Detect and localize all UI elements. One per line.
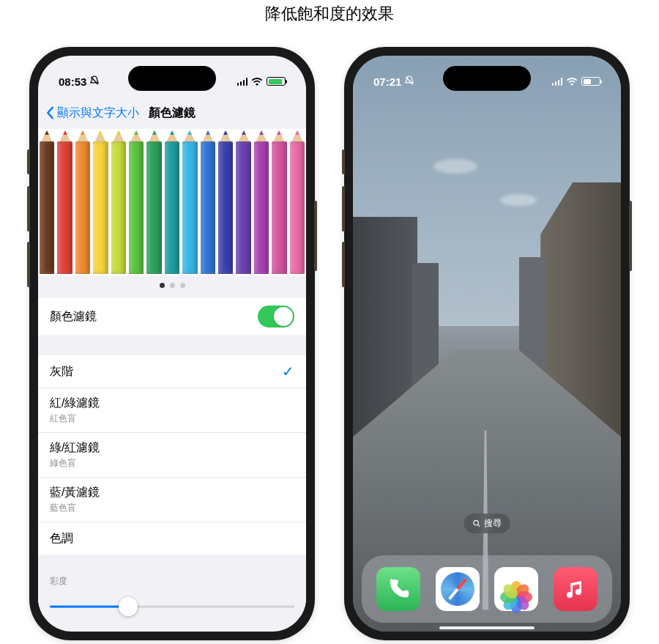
intensity-section: 彩度 — [38, 568, 306, 615]
pencil — [145, 130, 163, 274]
chevron-left-icon — [45, 106, 54, 119]
screen-settings: 08:53 顯示與文字大小 顏色濾鏡 — [38, 56, 306, 632]
slider-fill — [50, 606, 128, 608]
filter-option-row[interactable]: 灰階✓ — [38, 355, 306, 388]
power-button[interactable] — [629, 201, 632, 271]
photos-icon — [502, 574, 531, 604]
page-caption: 降低飽和度的效果 — [0, 0, 659, 25]
app-photos[interactable] — [494, 567, 538, 611]
pencil — [110, 130, 127, 274]
spotlight-search[interactable]: 搜尋 — [464, 514, 510, 533]
checkmark-icon: ✓ — [282, 363, 294, 380]
pencil — [199, 130, 217, 274]
intensity-slider[interactable] — [50, 598, 294, 615]
compass-icon — [441, 572, 474, 606]
page-dot[interactable] — [180, 283, 185, 288]
mute-switch[interactable] — [27, 149, 30, 174]
option-label: 藍/黃濾鏡 — [50, 485, 100, 500]
signal-icon — [552, 78, 563, 86]
pencil — [217, 130, 234, 274]
pencil — [181, 130, 198, 274]
phone-left: 08:53 顯示與文字大小 顏色濾鏡 — [29, 47, 315, 640]
color-filters-toggle-row[interactable]: 顏色濾鏡 — [38, 298, 306, 335]
section-gap — [38, 555, 306, 568]
signal-icon — [237, 78, 248, 86]
battery-icon — [267, 77, 286, 86]
wallpaper — [353, 56, 621, 632]
option-label: 紅/綠濾鏡 — [50, 396, 100, 411]
pencil — [163, 130, 181, 274]
nav-bar: 顯示與文字大小 顏色濾鏡 — [38, 97, 306, 129]
app-music[interactable] — [554, 567, 597, 611]
option-subtitle: 藍色盲 — [50, 502, 100, 514]
slider-thumb[interactable] — [119, 597, 138, 616]
filter-option-row[interactable]: 色調 — [38, 522, 306, 555]
pencil-preview[interactable] — [38, 129, 306, 275]
toggle-group: 顏色濾鏡 — [38, 298, 306, 335]
wifi-icon — [566, 75, 578, 88]
pencil — [270, 130, 288, 274]
page-dot[interactable] — [160, 283, 165, 288]
volume-up-button[interactable] — [342, 186, 345, 232]
option-label: 綠/紅濾鏡 — [50, 440, 100, 456]
page-indicator[interactable] — [38, 275, 306, 298]
stage: 08:53 顯示與文字大小 顏色濾鏡 — [0, 25, 659, 640]
silent-icon — [89, 75, 100, 88]
option-label: 灰階 — [50, 364, 73, 380]
status-time: 08:53 — [59, 75, 86, 88]
screen-home: 07:21 搜尋 — [353, 56, 621, 632]
nav-back-label: 顯示與文字大小 — [57, 106, 139, 121]
toggle-switch[interactable] — [258, 306, 294, 327]
volume-down-button[interactable] — [27, 242, 30, 287]
search-label: 搜尋 — [484, 517, 502, 530]
svg-point-0 — [474, 520, 478, 525]
phone-right: 07:21 搜尋 — [344, 47, 630, 640]
section-gap — [38, 335, 306, 355]
volume-up-button[interactable] — [27, 186, 30, 232]
filter-option-row[interactable]: 藍/黃濾鏡藍色盲 — [38, 478, 306, 522]
pencil — [253, 130, 270, 274]
option-subtitle: 紅色盲 — [50, 412, 100, 425]
music-note-icon — [564, 577, 587, 601]
filter-options-group: 灰階✓紅/綠濾鏡紅色盲綠/紅濾鏡綠色盲藍/黃濾鏡藍色盲色調 — [38, 355, 306, 555]
power-button[interactable] — [314, 201, 317, 271]
toggle-label: 顏色濾鏡 — [50, 309, 97, 325]
page-dot[interactable] — [170, 283, 175, 288]
filter-option-row[interactable]: 綠/紅濾鏡綠色盲 — [38, 433, 306, 478]
dock — [362, 555, 612, 623]
pencil — [127, 130, 145, 274]
dynamic-island — [128, 66, 216, 91]
settings-content: 顏色濾鏡 灰階✓紅/綠濾鏡紅色盲綠/紅濾鏡綠色盲藍/黃濾鏡藍色盲色調 彩度 — [38, 129, 306, 632]
option-subtitle: 綠色盲 — [50, 457, 100, 470]
status-time: 07:21 — [373, 75, 401, 88]
mute-switch[interactable] — [342, 149, 345, 174]
filter-option-row[interactable]: 紅/綠濾鏡紅色盲 — [38, 388, 306, 433]
phone-icon — [386, 577, 411, 602]
pencil — [74, 130, 92, 274]
cloud — [500, 194, 537, 206]
pencil — [38, 130, 56, 274]
nav-title: 顏色濾鏡 — [149, 106, 196, 121]
battery-icon — [581, 77, 600, 86]
pencil — [234, 130, 252, 274]
app-phone[interactable] — [376, 567, 420, 611]
silent-icon — [404, 75, 414, 88]
intensity-label: 彩度 — [50, 575, 294, 588]
wifi-icon — [251, 75, 263, 88]
nav-back-button[interactable]: 顯示與文字大小 — [45, 106, 139, 121]
dynamic-island — [443, 66, 531, 91]
app-safari[interactable] — [436, 567, 480, 611]
pencil — [56, 130, 73, 274]
pencil — [288, 130, 306, 274]
pencil — [92, 130, 109, 274]
home-indicator[interactable] — [439, 626, 535, 629]
option-label: 色調 — [50, 531, 73, 547]
search-icon — [473, 519, 481, 528]
volume-down-button[interactable] — [342, 242, 345, 287]
